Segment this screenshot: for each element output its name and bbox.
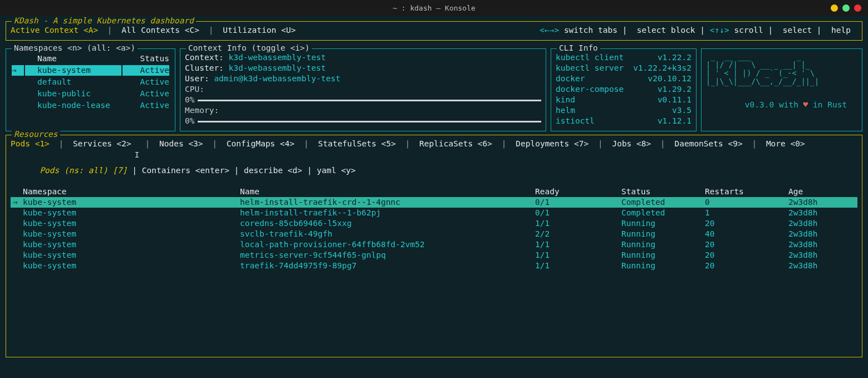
pod-restarts: 20	[703, 239, 786, 250]
app-title: KDash - A simple Kubernetes dashboard	[12, 16, 196, 26]
selection-arrow-icon	[11, 261, 21, 271]
ascii-logo: _ __ ___ _ | |/ /| \ __ _ __| |_ | ' < |…	[706, 52, 857, 86]
selection-arrow-icon: ⇒	[11, 197, 21, 208]
namespace-status: Active	[122, 77, 169, 87]
context-panel: Context Info (toggle <i>) Context: k3d-w…	[180, 48, 546, 131]
main-tab-active-context[interactable]: Active Context <A>	[11, 25, 98, 36]
namespace-name: kube-system	[25, 65, 121, 76]
pod-restarts: 20	[703, 250, 786, 261]
cli-row: istioctlv1.12.1	[556, 116, 692, 126]
pod-ready: 0/1	[533, 208, 619, 218]
selection-arrow-icon	[11, 208, 21, 218]
resource-tab-statefulsets[interactable]: StatefulSets <5>	[318, 139, 396, 149]
pod-row[interactable]: kube-systemmetrics-server-9cf544f65-gnlp…	[11, 250, 857, 261]
cpu-label: CPU:	[185, 84, 541, 95]
cli-tool: kubectl server	[556, 63, 624, 73]
pod-status: Running	[619, 218, 703, 229]
resource-tab-nodes[interactable]: Nodes <3>	[159, 139, 203, 149]
cluster-name: k3d-webassembly-test	[229, 63, 326, 72]
pod-age: 2w3d8h	[786, 261, 857, 271]
pod-status: Running	[619, 229, 703, 239]
logo-panel: _ __ ___ _ | |/ /| \ __ _ __| |_ | ' < |…	[701, 48, 862, 131]
pod-namespace: kube-system	[21, 250, 238, 261]
cli-tool: kind	[556, 95, 575, 105]
cli-info-title: CLI Info	[557, 43, 600, 53]
maximize-icon[interactable]	[842, 4, 850, 12]
namespace-row[interactable]: kube-node-leaseActive	[12, 100, 169, 111]
cli-tool: istioctl	[556, 116, 595, 126]
pod-name: local-path-provisioner-64ffb68fd-2vm52	[238, 239, 533, 250]
main-tab-utilization[interactable]: Utilization <U>	[223, 25, 296, 36]
cli-info-panel: CLI Info kubectl clientv1.22.2kubectl se…	[551, 48, 697, 131]
pod-restarts: 20	[703, 261, 786, 271]
namespace-row[interactable]: defaultActive	[12, 77, 169, 87]
pod-namespace: kube-system	[21, 239, 238, 250]
namespace-status: Active	[122, 89, 169, 99]
selection-arrow-icon: ⇒	[12, 65, 24, 76]
close-icon[interactable]	[854, 4, 861, 12]
namespace-name: kube-public	[25, 89, 121, 99]
pod-namespace: kube-system	[21, 208, 238, 218]
pod-status: Completed	[619, 208, 703, 218]
pod-ready: 2/2	[533, 229, 619, 239]
namespace-status: Active	[122, 100, 169, 111]
pod-restarts: 0	[703, 197, 786, 208]
resource-tab-configmaps[interactable]: ConfigMaps <4>	[227, 139, 295, 149]
pod-row[interactable]: kube-systemtraefik-74dd4975f9-89pg71/1Ru…	[11, 261, 857, 271]
pod-age: 2w3d8h	[786, 197, 857, 208]
pod-namespace: kube-system	[21, 229, 238, 239]
main-tab-all-contexts[interactable]: All Contexts <C>	[121, 25, 199, 36]
pod-name: metrics-server-9cf544f65-gnlpq	[238, 250, 533, 261]
resource-tab-replicasets[interactable]: ReplicaSets <6>	[419, 139, 492, 149]
pod-row[interactable]: kube-systemlocal-path-provisioner-64ffb6…	[11, 239, 857, 250]
pod-row[interactable]: kube-systemhelm-install-traefik--1-b62pj…	[11, 208, 857, 218]
cli-row: docker-composev1.29.2	[556, 84, 692, 95]
cli-version: v0.11.1	[658, 95, 692, 105]
namespaces-panel: Namespaces <n> (all: <a>) Name Status ⇒k…	[6, 48, 175, 131]
pod-age: 2w3d8h	[786, 218, 857, 229]
namespace-row[interactable]: ⇒kube-systemActive	[12, 65, 169, 76]
pod-ready: 0/1	[533, 197, 619, 208]
pod-name: coredns-85cb69466-l5xxg	[238, 218, 533, 229]
pod-row[interactable]: kube-systemcoredns-85cb69466-l5xxg1/1Run…	[11, 218, 857, 229]
pod-row[interactable]: kube-systemsvclb-traefik-49gfh2/2Running…	[11, 229, 857, 239]
resource-tab-deployments[interactable]: Deployments <7>	[516, 139, 589, 149]
keybind-hints: <←→> switch tabs | select block | <↑↓> s…	[540, 25, 851, 36]
namespace-row[interactable]: kube-publicActive	[12, 89, 169, 99]
selection-arrow-icon	[12, 100, 24, 111]
minimize-icon[interactable]	[831, 4, 838, 12]
pod-row[interactable]: ⇒kube-systemhelm-install-traefik-crd--1-…	[11, 197, 857, 208]
resource-tab-daemonsets[interactable]: DaemonSets <9>	[674, 139, 742, 149]
pod-restarts: 1	[703, 208, 786, 218]
resources-panel: Resources Pods <1> | Services <2>I | Nod…	[6, 135, 862, 357]
pod-status: Running	[619, 261, 703, 271]
cli-tool: docker	[556, 73, 585, 84]
pod-restarts: 40	[703, 229, 786, 239]
window-controls	[831, 4, 861, 12]
selection-arrow-icon	[11, 218, 21, 229]
cli-row: kubectl serverv1.22.2+k3s2	[556, 63, 692, 73]
resource-tab-services[interactable]: Services <2>	[73, 139, 131, 149]
pods-col-namespace: Namespace	[21, 186, 238, 197]
resource-tab-pods[interactable]: Pods <1>	[11, 139, 50, 149]
pod-status: Running	[619, 239, 703, 250]
cli-version: v1.12.1	[658, 116, 692, 126]
cli-version: v20.10.12	[648, 73, 692, 84]
cli-row: kubectl clientv1.22.2	[556, 52, 692, 63]
resource-tab-more[interactable]: More <0>	[766, 139, 805, 149]
selection-arrow-icon	[11, 239, 21, 250]
cli-tool: docker-compose	[556, 84, 624, 95]
pod-age: 2w3d8h	[786, 250, 857, 261]
resource-tab-jobs[interactable]: Jobs <8>	[612, 139, 651, 149]
version-footer: v0.3.0 with ♥ in Rust	[706, 89, 857, 121]
pod-ready: 1/1	[533, 239, 619, 250]
memory-label: Memory:	[185, 105, 541, 116]
pod-status: Completed	[619, 197, 703, 208]
cli-version: v1.29.2	[658, 84, 692, 95]
cli-version: v1.22.2	[658, 52, 692, 63]
resource-tabs: Pods <1> | Services <2>I | Nodes <3> | C…	[11, 139, 857, 149]
pod-ready: 1/1	[533, 250, 619, 261]
context-name: k3d-webassembly-test	[229, 53, 326, 62]
cli-row: dockerv20.10.12	[556, 73, 692, 84]
pod-status: Running	[619, 250, 703, 261]
